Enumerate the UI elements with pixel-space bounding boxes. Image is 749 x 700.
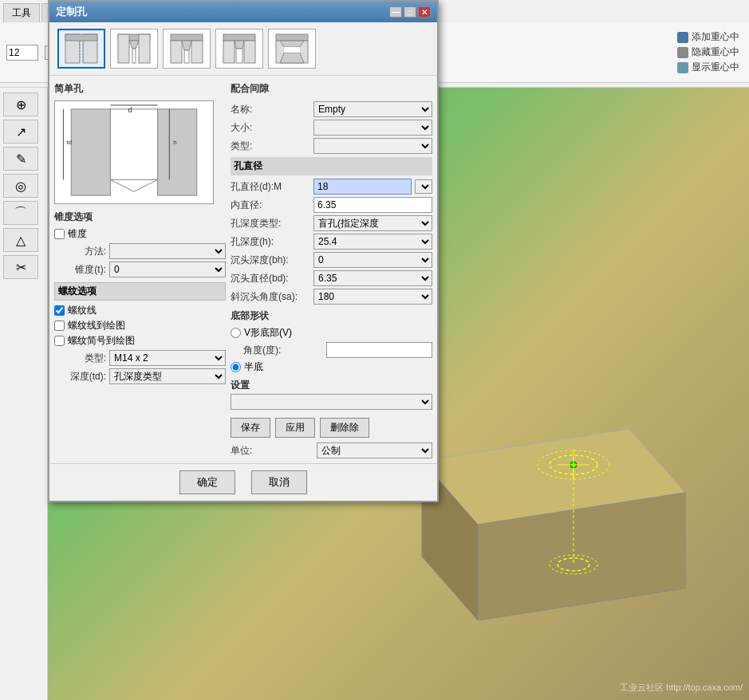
fit-clearance-header: 配合间隙 xyxy=(231,81,432,99)
font-size-input[interactable] xyxy=(6,45,38,61)
unit-select[interactable]: 公制 xyxy=(317,442,432,458)
show-center-btn[interactable]: 显示重心中 xyxy=(677,61,739,74)
hole-type-2[interactable] xyxy=(110,29,158,69)
method-select[interactable] xyxy=(109,243,226,259)
maximize-btn[interactable]: □ xyxy=(404,6,416,18)
taper-options-label: 锥度选项 xyxy=(54,209,226,226)
tool-btn-4[interactable]: ◎ xyxy=(3,174,38,198)
hole-preview-box: d td h xyxy=(54,100,214,204)
thread-symbol-checkbox[interactable] xyxy=(54,336,65,346)
size-select[interactable] xyxy=(313,120,432,136)
tab-tools[interactable]: 工具 xyxy=(3,3,40,22)
depth-td-select[interactable]: 孔深度类型 xyxy=(109,368,226,384)
method-row: 方法: xyxy=(54,243,226,259)
countersink-dia-select[interactable]: 6.35 xyxy=(313,270,432,286)
settings-select[interactable] xyxy=(231,394,432,410)
tool-btn-1[interactable]: ⊕ xyxy=(3,92,38,116)
hole-depth-h-select[interactable]: 25.4 xyxy=(313,234,432,250)
thread-line-checkbox[interactable] xyxy=(54,305,65,316)
right-buttons-group: 添加重心中 隐藏重心中 显示重心中 xyxy=(674,27,743,77)
svg-rect-17 xyxy=(118,34,129,63)
countersink-dia-row: 沉头直径(bd): 6.35 xyxy=(231,270,432,286)
thread-to-drawing-label: 螺纹线到绘图 xyxy=(68,319,125,332)
hole-type-simple[interactable] xyxy=(57,29,105,69)
countersink-depth-select[interactable]: 0 xyxy=(313,252,432,268)
taper-t-select[interactable]: 0 xyxy=(109,262,226,277)
thread-to-drawing-row: 螺纹线到绘图 xyxy=(54,319,226,332)
dialog-titlebar: 定制孔 — □ ✕ xyxy=(49,2,437,22)
action-btn-row: 保存 应用 删除除 xyxy=(231,418,432,438)
flat-bottom-radio[interactable] xyxy=(231,362,241,372)
hole-dia-d-input[interactable] xyxy=(313,179,412,195)
taper-t-label: 锥度(t): xyxy=(54,263,106,277)
dialog-left-panel: 简单孔 d td xyxy=(54,81,226,458)
svg-marker-19 xyxy=(129,41,139,49)
show-center-icon xyxy=(677,62,688,73)
add-center-icon xyxy=(677,32,688,43)
hole-types-row xyxy=(49,22,437,76)
cancel-button[interactable]: 取消 xyxy=(251,470,307,494)
flat-bottom-row: 半底 xyxy=(231,360,432,374)
apply-btn[interactable]: 应用 xyxy=(275,418,315,438)
dialog-title: 定制孔 xyxy=(56,5,87,19)
thread-to-drawing-checkbox[interactable] xyxy=(54,321,65,331)
tool-btn-6[interactable]: △ xyxy=(3,228,38,252)
inner-dia-input[interactable] xyxy=(313,197,432,213)
size-label: 大小: xyxy=(231,121,310,135)
thread-symbol-row: 螺纹简号到绘图 xyxy=(54,334,226,348)
svg-marker-24 xyxy=(182,41,191,50)
taper-checkbox-row: 锥度 xyxy=(54,227,226,241)
close-btn[interactable]: ✕ xyxy=(418,6,431,18)
save-btn[interactable]: 保存 xyxy=(231,418,270,438)
tool-btn-7[interactable]: ✂ xyxy=(3,255,38,279)
taper-label: 锥度 xyxy=(68,227,87,241)
svg-rect-37 xyxy=(158,109,197,195)
name-label: 名称: xyxy=(231,103,310,116)
hole-dia-section-label: 孔直径 xyxy=(231,157,432,175)
name-select[interactable]: Empty xyxy=(313,101,432,117)
left-toolbar: ⊕ ↗ ✎ ◎ ⌒ △ ✂ xyxy=(0,88,48,700)
svg-rect-26 xyxy=(223,34,255,41)
thread-section: 螺纹选项 螺纹线 螺纹线到绘图 螺纹简号到绘图 类型: M14 x 2 xyxy=(54,282,226,384)
custom-hole-dialog: 定制孔 — □ ✕ xyxy=(48,0,439,502)
svg-rect-38 xyxy=(110,109,157,180)
hole-depth-type-select[interactable]: 盲孔(指定深度 xyxy=(313,215,432,231)
type-select[interactable] xyxy=(313,138,432,154)
thread-type-label: 类型: xyxy=(54,352,106,365)
add-center-btn[interactable]: 添加重心中 xyxy=(677,30,739,44)
angle-input[interactable] xyxy=(326,342,432,358)
thread-type-select[interactable]: M14 x 2 xyxy=(109,350,226,366)
hide-center-btn[interactable]: 隐藏重心中 xyxy=(677,45,739,59)
dialog-main: 简单孔 d td xyxy=(49,76,437,463)
svg-rect-20 xyxy=(132,49,136,63)
taper-checkbox[interactable] xyxy=(54,229,65,239)
tool-btn-2[interactable]: ↗ xyxy=(3,120,38,144)
svg-text:h: h xyxy=(173,139,176,146)
svg-marker-33 xyxy=(280,41,304,47)
countersink-dia-label: 沉头直径(bd): xyxy=(231,272,310,285)
settings-section: 设置 xyxy=(231,377,432,413)
angle-label: 角度(度): xyxy=(243,344,323,357)
taper-t-row: 锥度(t): 0 xyxy=(54,262,226,277)
svg-rect-22 xyxy=(171,41,182,63)
hole-dia-d-dropdown[interactable]: ▼ xyxy=(415,179,432,194)
svg-rect-35 xyxy=(284,47,300,53)
taper-section: 锥度选项 锥度 方法: 锥度(t): 0 xyxy=(54,209,226,277)
bottom-shape-label: 底部形状 xyxy=(231,308,432,324)
countersink-angle-select[interactable]: 180 xyxy=(313,289,432,305)
v-bottom-radio[interactable] xyxy=(231,328,241,338)
hole-type-3[interactable] xyxy=(163,29,211,69)
tool-btn-3[interactable]: ✎ xyxy=(3,147,38,171)
minimize-btn[interactable]: — xyxy=(389,6,402,18)
svg-text:td: td xyxy=(66,139,72,146)
svg-rect-23 xyxy=(191,41,203,63)
hole-type-5[interactable] xyxy=(268,29,316,69)
svg-rect-31 xyxy=(276,34,308,41)
v-bottom-row: V形底部(V) xyxy=(231,326,432,340)
hole-type-4[interactable] xyxy=(215,29,263,69)
tool-btn-5[interactable]: ⌒ xyxy=(3,201,38,225)
ok-button[interactable]: 确定 xyxy=(179,470,235,494)
hole-dia-d-label: 孔直径(d):M xyxy=(231,180,310,194)
svg-marker-34 xyxy=(280,53,304,63)
delete-btn[interactable]: 删除除 xyxy=(320,418,369,438)
